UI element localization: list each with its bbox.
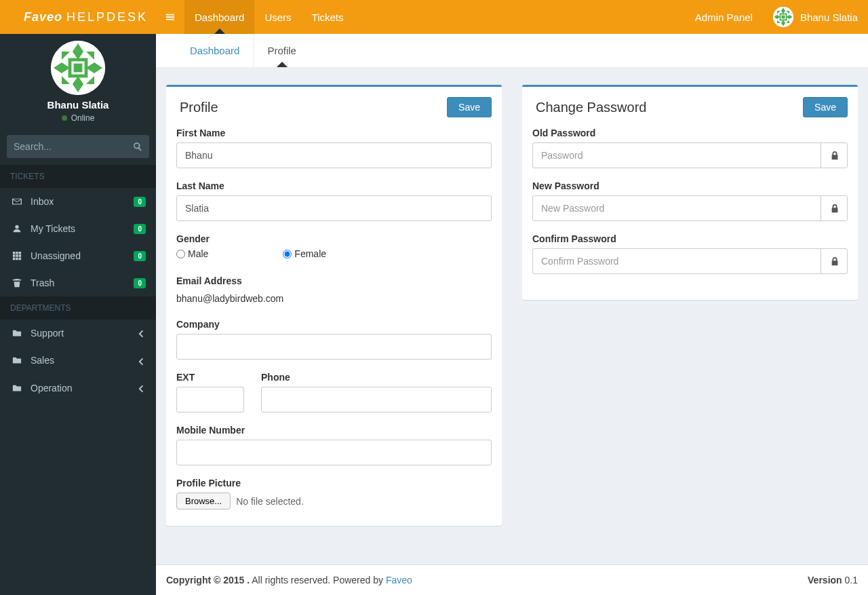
search-icon	[133, 142, 142, 151]
old-password-input[interactable]	[532, 142, 848, 168]
logo-strong: Faveo	[24, 10, 62, 24]
profile-box: Profile Save First Name Last Name	[166, 85, 502, 526]
logo-light: HELPDESK	[66, 10, 148, 24]
mobile-input[interactable]	[176, 440, 492, 465]
last-name-input[interactable]	[176, 195, 492, 221]
company-input[interactable]	[176, 334, 492, 360]
user-icon	[10, 224, 24, 233]
top-nav-tabs: Dashboard Users Tickets	[184, 0, 354, 34]
sidebar-section-departments: DEPARTMENTS	[0, 296, 156, 320]
footer-text: All rights reserved. Powered by	[252, 575, 386, 586]
label-company: Company	[176, 319, 492, 330]
password-save-button[interactable]: Save	[803, 97, 848, 117]
folder-icon	[10, 356, 24, 365]
first-name-input[interactable]	[176, 142, 492, 168]
count-badge: 0	[134, 197, 146, 207]
tab-dashboard[interactable]: Dashboard	[176, 34, 253, 67]
nav-tab-label: Users	[264, 12, 291, 23]
nav-tab-tickets[interactable]: Tickets	[302, 0, 354, 34]
sidebar-item-my-tickets[interactable]: My Tickets 0	[0, 215, 156, 242]
envelope-icon	[10, 197, 24, 206]
footer-faveo-link[interactable]: Faveo	[386, 575, 412, 586]
nav-tab-label: Tickets	[312, 12, 344, 23]
change-password-title: Change Password	[532, 100, 803, 115]
admin-panel-link[interactable]: Admin Panel	[685, 12, 763, 23]
sidebar-item-label: Unassigned	[31, 250, 81, 261]
confirm-password-input[interactable]	[532, 248, 848, 274]
ext-input[interactable]	[176, 387, 244, 412]
status-dot-icon	[62, 115, 67, 121]
footer-version: 0.1	[842, 575, 858, 586]
label-confirm-password: Confirm Password	[532, 233, 848, 244]
lock-icon	[821, 142, 848, 168]
change-password-box: Change Password Save Old Password N	[522, 85, 858, 300]
avatar-icon	[51, 41, 105, 95]
label-mobile: Mobile Number	[176, 425, 492, 436]
top-nav-right: Admin Panel Bhanu Slatia	[685, 0, 868, 34]
bars-icon	[165, 12, 175, 22]
browse-button[interactable]: Browse...	[176, 493, 231, 510]
lock-icon	[821, 195, 848, 221]
count-badge: 0	[134, 278, 146, 288]
file-status: No file selected.	[236, 496, 304, 507]
sidebar-user-panel: Bhanu Slatia Online	[0, 34, 156, 130]
grid-icon	[10, 251, 24, 261]
sidebar-item-label: Sales	[31, 355, 54, 366]
label-gender: Gender	[176, 233, 492, 244]
sidebar-search	[7, 135, 149, 158]
sidebar-item-sales[interactable]: Sales	[0, 347, 156, 374]
user-menu[interactable]: Bhanu Slatia	[763, 7, 868, 27]
phone-input[interactable]	[261, 387, 492, 412]
chevron-left-icon	[136, 355, 146, 366]
sidebar-item-label: My Tickets	[31, 223, 75, 234]
radio-female[interactable]	[283, 250, 292, 258]
folder-icon	[10, 383, 24, 393]
sidebar-status-text: Online	[71, 113, 95, 123]
label-email: Email Address	[176, 275, 492, 286]
new-password-input[interactable]	[532, 195, 848, 221]
profile-save-button[interactable]: Save	[447, 97, 492, 117]
radio-label: Male	[188, 248, 208, 259]
content: Dashboard Profile Profile Save First Nam…	[156, 34, 868, 595]
sidebar-item-label: Support	[31, 328, 64, 339]
search-button[interactable]	[126, 135, 149, 158]
tab-label: Profile	[267, 45, 296, 56]
label-new-password: New Password	[532, 180, 848, 191]
footer: Copyright © 2015 . All rights reserved. …	[156, 564, 868, 595]
chevron-left-icon	[136, 383, 146, 394]
sidebar-item-trash[interactable]: Trash 0	[0, 269, 156, 296]
sidebar-user-name: Bhanu Slatia	[7, 99, 149, 111]
profile-title: Profile	[176, 100, 447, 115]
sidebar-item-support[interactable]: Support	[0, 320, 156, 347]
label-ext: EXT	[176, 372, 244, 383]
label-first-name: First Name	[176, 128, 492, 138]
tab-profile[interactable]: Profile	[253, 34, 310, 67]
sidebar-item-label: Trash	[31, 277, 54, 288]
sidebar: Bhanu Slatia Online TICKETS Inbox 0 My T…	[0, 34, 156, 595]
avatar-icon	[773, 7, 793, 27]
sidebar-item-unassigned[interactable]: Unassigned 0	[0, 242, 156, 269]
gender-male-option[interactable]: Male	[176, 248, 208, 259]
nav-tab-dashboard[interactable]: Dashboard	[184, 0, 254, 34]
sidebar-item-label: Operation	[31, 383, 72, 394]
radio-label: Female	[294, 248, 326, 259]
sidebar-item-label: Inbox	[31, 196, 54, 207]
email-value: bhanu@ladybirdweb.com	[176, 290, 492, 307]
count-badge: 0	[134, 224, 146, 234]
nav-tab-users[interactable]: Users	[254, 0, 301, 34]
sidebar-toggle-button[interactable]	[156, 0, 184, 34]
logo[interactable]: Faveo HELPDESK	[0, 0, 156, 34]
folder-icon	[10, 328, 24, 338]
user-name: Bhanu Slatia	[800, 12, 858, 23]
sidebar-item-operation[interactable]: Operation	[0, 375, 156, 402]
trash-icon	[10, 278, 24, 288]
content-tabs: Dashboard Profile	[156, 34, 868, 68]
radio-male[interactable]	[176, 250, 185, 258]
sidebar-item-inbox[interactable]: Inbox 0	[0, 188, 156, 215]
chevron-left-icon	[136, 328, 146, 339]
label-phone: Phone	[261, 372, 492, 383]
gender-female-option[interactable]: Female	[283, 248, 326, 259]
label-old-password: Old Password	[532, 128, 848, 138]
sidebar-section-tickets: TICKETS	[0, 165, 156, 188]
label-last-name: Last Name	[176, 180, 492, 191]
